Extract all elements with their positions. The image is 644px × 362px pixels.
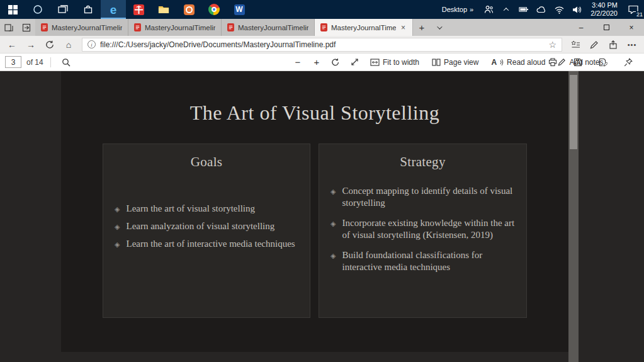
web-note-button[interactable] xyxy=(585,36,604,53)
desktop-overflow-chevron[interactable]: » xyxy=(470,6,473,13)
page-view-button[interactable]: Page view xyxy=(427,55,483,70)
goal-item-text: Learn the art of visual storytelling xyxy=(126,203,255,215)
info-icon[interactable]: i xyxy=(88,40,96,48)
taskbar-app-area: e W xyxy=(0,0,252,19)
pdf-toolbar: of 14 − + Fit to width Page view xyxy=(0,54,644,71)
chrome-icon xyxy=(208,4,220,15)
list-item: ◈ Learn the art of visual storytelling xyxy=(115,203,302,215)
cloud-icon xyxy=(536,6,546,13)
pdf-view-controls: − + Fit to width Page view A Read aloud xyxy=(290,55,609,70)
zoom-out-button[interactable]: − xyxy=(290,57,306,67)
taskbar-date: 2/2/2020 xyxy=(590,9,618,18)
divider xyxy=(50,57,51,67)
strategy-heading: Strategy xyxy=(319,154,526,170)
page-count-label: of 14 xyxy=(26,58,43,67)
find-in-document-button[interactable] xyxy=(58,58,74,67)
refresh-icon xyxy=(45,40,54,49)
favorites-hub-icon xyxy=(571,40,580,49)
pen-icon xyxy=(590,40,599,49)
scrollbar-thumb[interactable] xyxy=(570,75,577,149)
tab-preview-chevron-button[interactable] xyxy=(431,19,447,36)
taskbar-chrome-button[interactable] xyxy=(201,0,227,19)
taskbar-tray-area: Desktop » 3:40 PM 2/2/20 xyxy=(436,0,644,19)
taskbar-edge-button[interactable]: e xyxy=(101,0,126,19)
desktop-toolbar[interactable]: Desktop » xyxy=(436,0,480,19)
share-button[interactable] xyxy=(604,36,623,53)
refresh-button[interactable] xyxy=(40,36,59,53)
task-view-button[interactable] xyxy=(50,0,76,19)
page-number-input[interactable] xyxy=(5,56,21,68)
tab-close-button[interactable]: × xyxy=(400,23,407,32)
minimize-button[interactable]: – xyxy=(568,19,594,36)
chevron-up-icon xyxy=(504,8,509,13)
tab-3[interactable]: MasteryJournalTimeline.pdf xyxy=(222,19,315,36)
goals-card: Goals ◈ Learn the art of visual storytel… xyxy=(103,144,310,318)
maximize-button[interactable] xyxy=(594,19,619,36)
tab-1[interactable]: MasteryJournalTimeline.pdf xyxy=(35,19,128,36)
strategy-item-text: Incorporate existing knowledge within th… xyxy=(342,217,517,241)
screen: e W Desktop » xyxy=(0,0,644,362)
slide-page: The Art of Visual Storytelling Goals ◈ L… xyxy=(61,71,568,352)
hub-button[interactable] xyxy=(566,36,585,53)
share-icon xyxy=(609,40,618,49)
notification-count-badge: 21 xyxy=(636,11,643,18)
list-item: ◈ Incorporate existing knowledge within … xyxy=(330,217,517,241)
add-notes-label: Add notes xyxy=(569,58,603,67)
speaker-icon xyxy=(572,6,582,14)
set-tabs-aside-button[interactable] xyxy=(18,19,35,36)
rotate-button[interactable] xyxy=(327,58,344,67)
favorite-star-icon[interactable]: ☆ xyxy=(548,40,556,50)
taskbar-orange-app-button[interactable] xyxy=(176,0,201,19)
taskbar-word-button[interactable]: W xyxy=(227,0,252,19)
volume-button[interactable] xyxy=(568,0,585,19)
clock[interactable]: 3:40 PM 2/2/2020 xyxy=(585,0,623,19)
tabs-aside-icon xyxy=(4,23,14,32)
pdf-file-icon xyxy=(41,23,48,31)
tab-label: MasteryJournalTimeline.pdf xyxy=(52,24,122,31)
strategy-card: Strategy ◈ Concept mapping to identify d… xyxy=(319,144,527,318)
network-button[interactable] xyxy=(550,0,568,19)
close-button[interactable]: × xyxy=(619,19,644,36)
pin-icon-button[interactable] xyxy=(620,58,636,67)
read-aloud-button[interactable]: A Read aloud xyxy=(486,55,550,70)
list-item: ◈ Concept mapping to identify details of… xyxy=(330,185,517,209)
battery-button[interactable] xyxy=(515,0,533,19)
tabs-aside-button[interactable] xyxy=(0,19,18,36)
people-icon xyxy=(484,5,494,14)
home-button[interactable]: ⌂ xyxy=(59,36,78,53)
tab-2[interactable]: MasteryJournalTimeline.pdf xyxy=(128,19,222,36)
zoom-in-button[interactable]: + xyxy=(308,57,325,67)
pdf-content-area[interactable]: The Art of Visual Storytelling Goals ◈ L… xyxy=(0,71,644,362)
list-item: ◈ Build foundational classifications for… xyxy=(330,249,517,273)
more-options-button[interactable]: ••• xyxy=(623,36,641,53)
strategy-item-text: Concept mapping to identify details of v… xyxy=(342,185,517,209)
fit-to-width-label: Fit to width xyxy=(383,58,419,67)
taskbar-gift-app-button[interactable] xyxy=(126,0,151,19)
onedrive-button[interactable] xyxy=(533,0,550,19)
tray-expand-button[interactable] xyxy=(497,0,515,19)
tab-4-active[interactable]: MasteryJournalTimeline × xyxy=(315,19,413,36)
search-circle-icon xyxy=(33,4,43,14)
fullscreen-button[interactable] xyxy=(346,58,363,66)
action-center-button[interactable]: 21 xyxy=(623,0,644,19)
cortana-search-button[interactable] xyxy=(25,0,50,19)
add-notes-button[interactable]: Add notes xyxy=(553,55,608,70)
people-button[interactable] xyxy=(480,0,497,19)
fit-to-width-button[interactable]: Fit to width xyxy=(365,55,424,70)
address-bar[interactable]: i file:///C:/Users/jacky/OneDrive/Docume… xyxy=(82,38,562,52)
restore-icon xyxy=(604,25,609,30)
new-tab-button[interactable]: + xyxy=(413,19,431,36)
page-view-icon xyxy=(432,59,441,66)
forward-button[interactable]: → xyxy=(21,36,40,53)
fullscreen-icon xyxy=(351,58,359,66)
orange-app-icon xyxy=(184,4,195,15)
slide-title: The Art of Visual Storytelling xyxy=(61,101,568,125)
taskbar-store-button[interactable] xyxy=(76,0,101,19)
back-button[interactable]: ← xyxy=(3,36,21,53)
pdf-scrollbar[interactable] xyxy=(568,71,579,362)
taskbar-file-explorer-button[interactable] xyxy=(151,0,176,19)
start-button[interactable] xyxy=(0,0,25,19)
windows-logo-icon xyxy=(8,5,18,14)
fit-width-icon xyxy=(370,59,380,66)
pin-icon xyxy=(624,58,633,67)
